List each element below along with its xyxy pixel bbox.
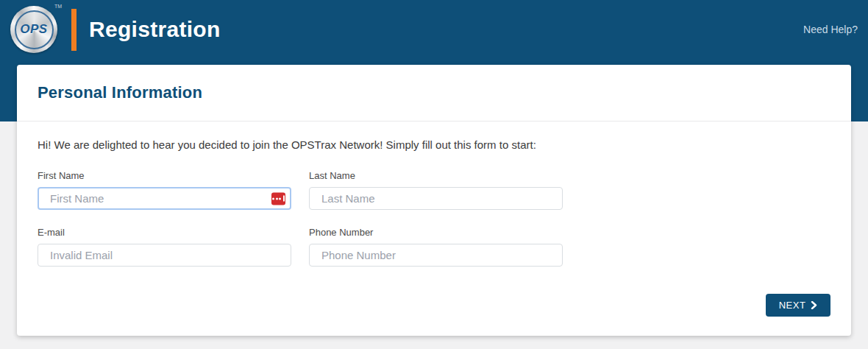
card-header: Personal Information — [17, 65, 851, 121]
chevron-right-icon — [811, 301, 817, 309]
phone-number-field-group: Phone Number — [309, 227, 563, 267]
last-name-label: Last Name — [309, 170, 563, 181]
card-body: Hi! We are delighted to hear you decided… — [17, 121, 851, 336]
lastpass-bar — [283, 196, 285, 202]
app-header: OPS TM Registration Need Help? — [0, 0, 868, 59]
last-name-field-group: Last Name — [309, 170, 563, 210]
last-name-input-wrap — [309, 187, 563, 210]
page-title: Registration — [89, 17, 221, 42]
orange-divider-bar — [71, 9, 77, 51]
lastpass-icon[interactable] — [271, 192, 285, 205]
phone-number-label: Phone Number — [309, 227, 563, 238]
trademark-symbol: TM — [54, 4, 62, 9]
email-input[interactable] — [38, 244, 291, 267]
email-input-wrap — [38, 244, 291, 267]
form-actions: NEXT — [38, 294, 830, 317]
email-field-group: E-mail — [38, 227, 291, 267]
first-name-field-group: First Name — [38, 170, 291, 210]
first-name-input-wrap — [38, 187, 291, 210]
ops-logo-badge: OPS — [10, 6, 57, 53]
phone-number-input-wrap — [309, 244, 563, 267]
lastpass-dot — [276, 197, 278, 200]
card-title: Personal Information — [38, 83, 202, 102]
need-help-link[interactable]: Need Help? — [803, 24, 858, 35]
first-name-label: First Name — [38, 170, 291, 181]
email-label: E-mail — [38, 227, 291, 238]
ops-logo-inner-ring: OPS — [15, 10, 54, 49]
greeting-text: Hi! We are delighted to hear you decided… — [38, 138, 830, 151]
last-name-input[interactable] — [309, 187, 563, 210]
next-button-label: NEXT — [779, 300, 806, 311]
phone-number-input[interactable] — [309, 244, 563, 267]
first-name-input[interactable] — [38, 187, 291, 210]
personal-information-card: Personal Information Hi! We are delighte… — [17, 65, 851, 336]
ops-logo: OPS TM — [10, 4, 62, 55]
registration-form: First Name Last Name E — [38, 170, 830, 267]
lastpass-dot — [279, 197, 281, 200]
lastpass-dot — [272, 197, 274, 200]
ops-logo-text: OPS — [20, 22, 47, 37]
next-button[interactable]: NEXT — [766, 294, 830, 317]
